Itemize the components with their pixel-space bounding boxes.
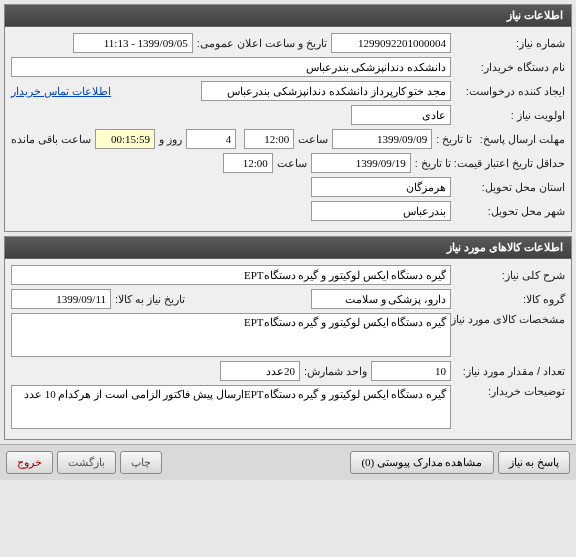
row-notes: توضیحات خریدار: [11,385,565,429]
label-buyer: نام دستگاه خریدار: [455,61,565,74]
label-group: گروه کالا: [455,293,565,306]
attachments-button[interactable]: مشاهده مدارک پیوستی (0) [350,451,493,474]
input-countdown [95,129,155,149]
input-spec[interactable] [11,313,451,357]
button-bar: پاسخ به نیاز مشاهده مدارک پیوستی (0) چاپ… [0,444,576,480]
row-priority: اولویت نیاز : [11,105,565,125]
input-priority[interactable] [351,105,451,125]
exit-button[interactable]: خروج [6,451,53,474]
label-unit: واحد شمارش: [304,365,367,378]
label-announce: تاریخ و ساعت اعلان عمومی: [197,37,327,50]
label-time1: ساعت [298,133,328,146]
respond-button[interactable]: پاسخ به نیاز [498,451,571,474]
input-valid-time[interactable] [223,153,273,173]
panel1-header: اطلاعات نیاز [5,5,571,27]
input-requester[interactable] [201,81,451,101]
label-requester: ایجاد کننده درخواست: [455,85,565,98]
panel2-header: اطلاعات کالاهای مورد نیاز [5,237,571,259]
input-notes[interactable] [11,385,451,429]
label-deadline: مهلت ارسال پاسخ: [476,133,565,146]
row-desc: شرح کلی نیاز: [11,265,565,285]
label-valid-until: تا تاریخ : [415,157,451,170]
input-deadline-time[interactable] [244,129,294,149]
print-button[interactable]: چاپ [120,451,162,474]
label-remaining: ساعت باقی مانده [11,133,91,146]
input-days[interactable] [186,129,236,149]
row-deadline: مهلت ارسال پاسخ: تا تاریخ : ساعت روز و س… [11,129,565,149]
label-qty: تعداد / مقدار مورد نیاز: [455,365,565,378]
input-deadline-date[interactable] [332,129,432,149]
row-valid: حداقل تاریخ اعتبار قیمت: تا تاریخ : ساعت [11,153,565,173]
panel-request-info: اطلاعات نیاز شماره نیاز: تاریخ و ساعت اع… [4,4,572,232]
label-priority: اولویت نیاز : [455,109,565,122]
panel-goods-info: اطلاعات کالاهای مورد نیاز شرح کلی نیاز: … [4,236,572,440]
label-spec: مشخصات کالای مورد نیاز: [455,313,565,326]
panel2-body: شرح کلی نیاز: گروه کالا: تاریخ نیاز به ک… [5,259,571,439]
label-until: تا تاریخ : [436,133,472,146]
row-province: استان محل تحویل: [11,177,565,197]
row-qty: تعداد / مقدار مورد نیاز: واحد شمارش: [11,361,565,381]
row-reqno: شماره نیاز: تاریخ و ساعت اعلان عمومی: [11,33,565,53]
label-desc: شرح کلی نیاز: [455,269,565,282]
input-city[interactable] [311,201,451,221]
link-contact[interactable]: اطلاعات تماس خریدار [11,85,111,98]
row-city: شهر محل تحویل: [11,201,565,221]
panel1-body: شماره نیاز: تاریخ و ساعت اعلان عمومی: نا… [5,27,571,231]
label-city: شهر محل تحویل: [455,205,565,218]
row-spec: مشخصات کالای مورد نیاز: [11,313,565,357]
input-unit[interactable] [220,361,300,381]
input-reqno[interactable] [331,33,451,53]
input-valid-date[interactable] [311,153,411,173]
label-reqno: شماره نیاز: [455,37,565,50]
row-buyer: نام دستگاه خریدار: [11,57,565,77]
label-days: روز و [159,133,182,146]
back-button[interactable]: بازگشت [57,451,116,474]
row-requester: ایجاد کننده درخواست: اطلاعات تماس خریدار [11,81,565,101]
input-buyer[interactable] [11,57,451,77]
row-group: گروه کالا: تاریخ نیاز به کالا: [11,289,565,309]
input-province[interactable] [311,177,451,197]
label-time2: ساعت [277,157,307,170]
label-notes: توضیحات خریدار: [455,385,565,398]
input-desc[interactable] [11,265,451,285]
input-need-date[interactable] [11,289,111,309]
input-group[interactable] [311,289,451,309]
input-qty[interactable] [371,361,451,381]
label-need-date: تاریخ نیاز به کالا: [115,293,185,306]
label-province: استان محل تحویل: [455,181,565,194]
label-valid: حداقل تاریخ اعتبار قیمت: [455,157,565,170]
input-announce[interactable] [73,33,193,53]
